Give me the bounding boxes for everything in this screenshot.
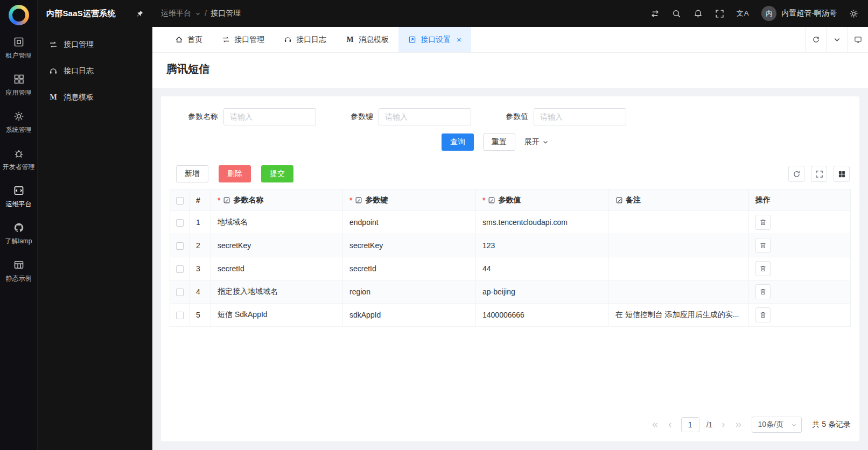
page-header: 腾讯短信: [152, 53, 868, 88]
refresh-tab-button[interactable]: [805, 27, 826, 52]
cell-param-key[interactable]: sdkAppId: [343, 304, 476, 327]
chevron-down-icon[interactable]: [195, 11, 201, 17]
cell-remark[interactable]: [609, 234, 749, 257]
refresh-table-button[interactable]: [788, 166, 804, 182]
cell-param-name[interactable]: secretKey: [211, 234, 343, 257]
row-checkbox[interactable]: [176, 242, 184, 250]
rail-item-static-demo[interactable]: 静态示例: [0, 252, 37, 290]
prev-page-button[interactable]: [666, 421, 674, 429]
first-page-button[interactable]: [651, 421, 659, 429]
tab-api-management[interactable]: 接口管理: [212, 27, 274, 52]
next-page-button[interactable]: [719, 421, 727, 429]
breadcrumb-root[interactable]: 运维平台: [161, 9, 191, 18]
cell-remark[interactable]: 在 短信控制台 添加应用后生成的实...: [609, 304, 749, 327]
user-menu[interactable]: 内 内置超管-啊汤哥: [761, 6, 837, 21]
query-button[interactable]: 查询: [442, 133, 474, 151]
sidebar-item-message-templates[interactable]: M 消息模板: [38, 84, 152, 110]
delete-row-button[interactable]: [755, 238, 771, 253]
column-settings-button[interactable]: [834, 166, 850, 182]
cell-param-value[interactable]: 123: [476, 234, 609, 257]
rail-item-label: 开发者管理: [3, 163, 35, 172]
sidebar-item-api-logs[interactable]: 接口日志: [38, 58, 152, 84]
app-title: 内部SaaS运营系统: [46, 9, 116, 19]
field-param-value: 参数值: [495, 108, 626, 125]
trash-icon: [759, 311, 767, 319]
submit-button[interactable]: 提交: [261, 165, 293, 182]
app-logo[interactable]: [9, 5, 29, 25]
col-param-name: * 参数名称: [211, 189, 343, 211]
pin-sidebar-button[interactable]: [136, 10, 144, 18]
row-checkbox[interactable]: [176, 265, 184, 273]
param-name-input[interactable]: [223, 108, 316, 125]
cell-param-name[interactable]: secretId: [211, 257, 343, 280]
rail-item-developer[interactable]: 开发者管理: [0, 141, 37, 178]
page-size-select[interactable]: 10条/页: [752, 417, 802, 433]
cell-remark[interactable]: [609, 211, 749, 234]
bell-icon[interactable]: [694, 9, 703, 18]
cell-param-value[interactable]: ap-beijing: [476, 280, 609, 304]
add-button[interactable]: 新增: [176, 165, 208, 182]
tab-label: 接口设置: [421, 35, 451, 45]
search-icon[interactable]: [672, 9, 681, 18]
expand-label: 展开: [524, 137, 540, 147]
cell-param-key[interactable]: secretId: [343, 257, 476, 280]
row-checkbox[interactable]: [176, 289, 184, 296]
table-fullscreen-button[interactable]: [811, 166, 827, 182]
cell-param-name[interactable]: 地域域名: [211, 211, 343, 234]
message-m-icon: M: [346, 36, 354, 44]
current-page[interactable]: 1: [681, 417, 699, 432]
rail-item-lamp[interactable]: 了解lamp: [0, 215, 37, 252]
fullscreen-icon[interactable]: [715, 9, 724, 18]
settings-gear-icon[interactable]: [849, 9, 858, 18]
main-area: 运维平台 / 接口管理 文A: [152, 0, 868, 450]
rail-item-system[interactable]: 系统管理: [0, 104, 37, 141]
rail-item-ops[interactable]: 运维平台: [0, 178, 37, 215]
cell-param-key[interactable]: region: [343, 280, 476, 304]
param-value-input[interactable]: [534, 108, 626, 125]
row-checkbox[interactable]: [176, 312, 184, 319]
cell-param-value[interactable]: 44: [476, 257, 609, 280]
double-chevron-left-icon: [651, 421, 659, 429]
cell-param-value[interactable]: 1400006666: [476, 304, 609, 327]
sidebar-item-label: 接口日志: [64, 66, 94, 76]
topbar-actions: 文A 内 内置超管-啊汤哥: [650, 6, 858, 21]
delete-button[interactable]: 删除: [219, 165, 251, 182]
delete-row-button[interactable]: [755, 215, 771, 230]
cell-param-name[interactable]: 短信 SdkAppId: [211, 304, 343, 327]
cell-param-key[interactable]: endpoint: [343, 211, 476, 234]
row-checkbox[interactable]: [176, 219, 184, 227]
cell-remark[interactable]: [609, 280, 749, 304]
translate-icon[interactable]: 文A: [737, 9, 750, 18]
required-marker: *: [482, 196, 485, 205]
reset-button[interactable]: 重置: [483, 133, 515, 151]
delete-row-button[interactable]: [755, 261, 771, 276]
tab-actions-dropdown[interactable]: [826, 27, 847, 52]
last-page-button[interactable]: [734, 421, 743, 429]
tab-home[interactable]: 首页: [165, 27, 212, 52]
rail-item-tenant[interactable]: 租户管理: [0, 30, 37, 67]
param-key-input[interactable]: [379, 108, 471, 125]
breadcrumb-separator: /: [205, 9, 207, 18]
rail-item-apps[interactable]: 应用管理: [0, 67, 37, 104]
select-all-checkbox[interactable]: [176, 197, 184, 205]
delete-row-button[interactable]: [755, 307, 771, 322]
cell-param-value[interactable]: sms.tencentcloudapi.com: [476, 211, 609, 234]
tab-api-settings[interactable]: 接口设置 ×: [398, 27, 471, 52]
table-row: 5 短信 SdkAppId sdkAppId 1400006666 在 短信控制…: [170, 304, 851, 327]
delete-row-button[interactable]: [755, 284, 771, 299]
cell-param-name[interactable]: 指定接入地域域名: [211, 280, 343, 304]
swap-icon[interactable]: [650, 9, 660, 18]
cell-param-key[interactable]: secretKey: [343, 234, 476, 257]
content-area: 参数名称 参数键 参数值 查询 重置: [152, 88, 868, 450]
close-icon[interactable]: ×: [457, 36, 461, 44]
tab-message-templates[interactable]: M 消息模板: [336, 27, 398, 52]
cell-operations: [749, 211, 851, 234]
content-fullscreen-button[interactable]: [847, 27, 868, 52]
tab-api-logs[interactable]: 接口日志: [274, 27, 336, 52]
trash-icon: [759, 242, 767, 249]
refresh-icon: [812, 36, 820, 44]
expand-toggle[interactable]: 展开: [524, 137, 549, 147]
data-grid: # * 参数名称 *: [170, 189, 851, 327]
cell-remark[interactable]: [609, 257, 749, 280]
sidebar-item-api-management[interactable]: 接口管理: [38, 31, 152, 58]
